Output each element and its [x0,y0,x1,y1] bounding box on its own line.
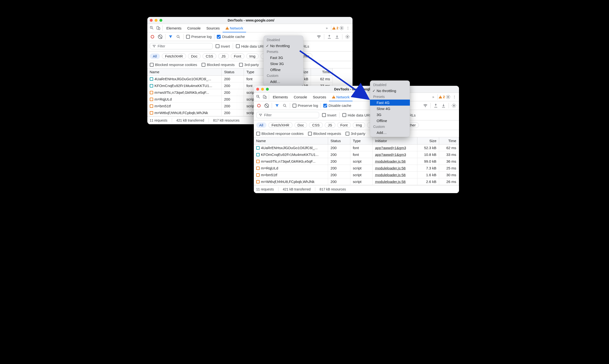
download-icon[interactable] [441,103,446,108]
kebab-icon[interactable]: ⋮ [345,26,351,30]
table-row[interactable]: m=Wt6vjf,hhhU8,FCpbqb,WhJNk200scriptmodu… [254,178,459,185]
cell-initiator[interactable]: app?awwd=1&gm3 [373,151,417,158]
menu-item-slow4g[interactable]: Slow 4G [370,106,410,112]
hide-data-checkbox[interactable]: Hide data URLs [236,44,267,48]
minimize-icon[interactable] [261,88,264,91]
close-icon[interactable] [150,19,153,22]
tab-console[interactable]: Console [291,93,310,101]
invert-checkbox[interactable]: Invert [216,44,230,48]
table-header[interactable]: Name Status Type Size Time [147,68,352,76]
kebab-icon[interactable]: ⋮ [451,95,458,99]
cell-name[interactable]: m=ws9Tlc,n73qwf,GkRiKb,e5qF... [254,158,328,165]
zoom-icon[interactable] [266,88,269,91]
menu-item-offline[interactable]: Offline [263,67,303,73]
download-icon[interactable] [334,34,340,39]
upload-icon[interactable] [433,103,438,108]
hide-data-checkbox[interactable]: Hide data URLs [342,113,373,117]
table-row[interactable]: m=bm51tf200scriptmoduleloader.js:581.6 k… [254,172,459,178]
network-settings-icon[interactable] [345,34,350,39]
wifi-icon[interactable] [316,34,322,39]
menu-item-offline[interactable]: Offline [370,118,410,124]
menu-item-fast3g[interactable]: Fast 3G [263,55,303,61]
table-row[interactable]: 4UaRrENHsxJlGDuGo1OIlJfC6l_...200fontapp… [254,144,459,151]
inspect-icon[interactable] [149,26,155,30]
chip-font[interactable]: Font [231,53,244,59]
traffic-lights[interactable] [256,88,269,91]
third-party-checkbox[interactable]: 3rd-party [239,63,259,67]
col-initiator[interactable]: Initiator [373,137,417,144]
third-party-checkbox[interactable]: 3rd-party [346,131,365,136]
warning-badge[interactable]: 2 [332,26,338,30]
col-time[interactable]: Time [311,68,332,76]
col-time[interactable]: Time [439,137,459,144]
cell-name[interactable]: m=RqjULd [254,165,328,172]
inspect-icon[interactable] [255,95,262,99]
chip-fetch[interactable]: Fetch/XHR [268,122,292,128]
device-icon[interactable] [262,95,268,99]
table-row[interactable]: m=RqjULd200scriptmoduleloader.js:587.3 k… [254,165,459,172]
cell-name[interactable]: m=RqjULd [147,96,222,103]
cell-name[interactable]: 4UaRrENHsxJlGDuGo1OIlJfC6l_... [254,144,328,151]
disable-cache-checkbox[interactable]: Disable cache [323,104,351,107]
record-icon[interactable] [256,103,262,108]
blocked-requests-checkbox[interactable]: Blocked requests [202,63,235,67]
chip-doc[interactable]: Doc [188,53,201,59]
clear-icon[interactable] [158,34,163,39]
preserve-log-checkbox[interactable]: Preserve log [293,104,318,107]
tab-network[interactable]: Network [223,24,246,32]
network-settings-icon[interactable] [451,103,457,108]
chip-doc[interactable]: Doc [295,122,307,128]
cell-initiator[interactable]: moduleloader.js:58 [373,178,417,185]
table-row[interactable]: 4UaRrENHsxJlGDuGo1OIlJfC6l_...200fontapp… [147,76,352,82]
chip-img[interactable]: Img [353,122,365,128]
col-type[interactable]: Type [350,137,373,144]
cell-initiator[interactable]: moduleloader.js:58 [373,172,417,178]
col-name[interactable]: Name [254,137,328,144]
col-size[interactable]: Size [417,137,439,144]
menu-item-add[interactable]: Add… [370,130,410,136]
cell-initiator[interactable]: moduleloader.js:58 [373,165,417,172]
chip-img[interactable]: Img [246,53,259,59]
wifi-icon[interactable] [423,103,428,108]
chip-css[interactable]: CSS [203,53,216,59]
filter-input[interactable]: Filter [150,43,213,49]
more-tabs-icon[interactable]: » [324,26,330,30]
search-icon[interactable] [176,34,181,39]
menu-item-no-throttling[interactable]: No throttling [263,43,303,49]
cell-initiator[interactable]: moduleloader.js:58 [373,158,417,165]
cell-name[interactable]: KFOmCnqEu92Fr1Mu4mxKKTU1... [254,151,328,158]
tab-elements[interactable]: Elements [270,93,291,101]
col-status[interactable]: Status [222,68,244,76]
cell-name[interactable]: 4UaRrENHsxJlGDuGo1OIlJfC6l_... [147,76,222,82]
cell-name[interactable]: m=Wt6vjf,hhhU8,FCpbqb,WhJNk [147,109,222,116]
throttling-menu-new[interactable]: Disabled No throttling Presets Fast 4G S… [370,80,410,137]
tab-elements[interactable]: Elements [163,24,185,32]
close-icon[interactable] [256,88,259,91]
traffic-lights[interactable] [150,19,162,22]
invert-checkbox[interactable]: Invert [322,113,337,117]
chip-js[interactable]: JS [325,122,335,128]
throttling-menu-old[interactable]: Disabled No throttling Presets Fast 3G S… [263,36,303,86]
table-row[interactable]: KFOmCnqEu92Fr1Mu4mxKKTU1...200fontapp?aw… [254,151,459,158]
table-row[interactable]: m=ws9Tlc,n73qwf,GkRiKb,e5qF...200scriptm… [254,158,459,165]
menu-item-fast4g[interactable]: Fast 4G [370,100,410,106]
zoom-icon[interactable] [160,19,162,22]
tab-console[interactable]: Console [184,24,203,32]
filter-icon[interactable] [274,103,280,108]
menu-item-slow3g[interactable]: Slow 3G [263,61,303,67]
menu-item-3g[interactable]: 3G [370,112,410,118]
device-icon[interactable] [155,26,161,30]
cell-initiator[interactable]: app?awwd=1&gm3 [373,144,417,151]
settings-icon[interactable] [338,26,345,30]
cell-name[interactable]: m=bm51tf [254,172,328,178]
menu-item-add[interactable]: Add… [263,78,303,85]
tab-network[interactable]: Network [329,93,352,101]
col-type[interactable]: Type [244,68,266,76]
chip-fetch[interactable]: Fetch/XHR [162,53,186,59]
tab-sources[interactable]: Sources [203,24,223,32]
blocked-cookies-checkbox[interactable]: Blocked response cookies [256,131,304,136]
chip-js[interactable]: JS [218,53,229,59]
chip-all[interactable]: All [150,53,160,59]
more-tabs-icon[interactable]: » [430,95,436,99]
minimize-icon[interactable] [155,19,158,22]
